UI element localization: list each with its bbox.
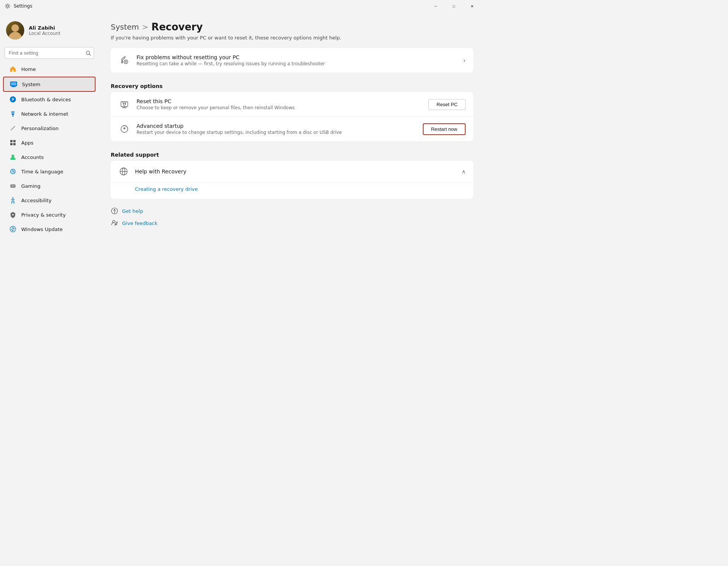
fix-problems-chevron: › xyxy=(463,57,466,64)
sidebar-item-bluetooth[interactable]: Bluetooth & devices xyxy=(3,93,96,106)
sidebar-label-personalization: Personalization xyxy=(21,126,59,131)
fix-problems-icon xyxy=(118,54,130,66)
breadcrumb-parent[interactable]: System xyxy=(111,22,139,31)
sidebar-label-privacy: Privacy & security xyxy=(21,212,66,218)
related-support-header: Related support xyxy=(111,146,473,161)
sidebar-label-update: Windows Update xyxy=(21,226,63,232)
page-subtitle: If you're having problems with your PC o… xyxy=(111,35,473,41)
sidebar-label-network: Network & internet xyxy=(21,111,68,117)
svg-point-21 xyxy=(13,186,14,186)
get-help-link[interactable]: Get help xyxy=(111,205,473,217)
sidebar-item-home[interactable]: Home xyxy=(3,62,96,76)
svg-rect-10 xyxy=(13,140,16,142)
advanced-startup-text: Advanced startup Restart your device to … xyxy=(136,123,417,135)
sidebar-item-privacy[interactable]: Privacy & security xyxy=(3,208,96,222)
reset-pc-text: Reset this PC Choose to keep or remove y… xyxy=(136,98,422,110)
restart-now-button[interactable]: Restart now xyxy=(423,123,466,135)
give-feedback-label: Give feedback xyxy=(122,220,157,226)
advanced-startup-desc: Restart your device to change startup se… xyxy=(136,130,417,135)
sidebar-item-apps[interactable]: Apps xyxy=(3,136,96,149)
accounts-icon xyxy=(9,153,17,161)
system-icon xyxy=(10,80,17,88)
apps-icon xyxy=(9,139,17,146)
personalization-icon xyxy=(9,124,17,132)
title-bar: Settings ─ □ ✕ xyxy=(0,0,485,12)
svg-rect-6 xyxy=(11,86,16,87)
breadcrumb-separator: > xyxy=(142,22,149,31)
network-icon xyxy=(9,110,17,118)
svg-point-7 xyxy=(10,96,16,102)
recovery-drive-link[interactable]: Creating a recovery drive xyxy=(135,184,466,194)
home-icon xyxy=(9,65,17,73)
sidebar-label-time: Time & language xyxy=(21,169,63,175)
update-icon xyxy=(9,225,17,233)
maximize-button[interactable]: □ xyxy=(445,0,463,12)
time-icon xyxy=(9,168,17,175)
reset-pc-icon xyxy=(118,98,130,110)
help-recovery-icon xyxy=(118,166,129,177)
title-bar-left: Settings xyxy=(5,3,427,9)
fix-problems-item[interactable]: Fix problems without resetting your PC R… xyxy=(111,48,473,72)
user-info: Ali Zabihi Local Account xyxy=(29,25,93,36)
svg-point-22 xyxy=(14,186,15,187)
breadcrumb: System > Recovery xyxy=(111,21,473,33)
fix-problems-desc: Resetting can take a while — first, try … xyxy=(136,61,457,66)
sidebar-label-home: Home xyxy=(21,66,36,72)
fix-problems-title: Fix problems without resetting your PC xyxy=(136,54,457,60)
sidebar-item-gaming[interactable]: Gaming xyxy=(3,179,96,193)
svg-rect-11 xyxy=(10,143,13,145)
search-input[interactable] xyxy=(5,47,94,59)
user-account-type: Local Account xyxy=(29,31,93,36)
sidebar-item-network[interactable]: Network & internet xyxy=(3,107,96,121)
fix-problems-card: Fix problems without resetting your PC R… xyxy=(111,48,473,72)
give-feedback-link[interactable]: Give feedback xyxy=(111,217,473,229)
get-help-label: Get help xyxy=(122,208,143,214)
recovery-options-card: Reset this PC Choose to keep or remove y… xyxy=(111,92,473,141)
sidebar-label-bluetooth: Bluetooth & devices xyxy=(21,97,71,102)
advanced-startup-action: Restart now xyxy=(423,123,466,135)
support-links: Creating a recovery drive xyxy=(111,182,473,199)
accessibility-icon xyxy=(9,197,17,204)
svg-rect-27 xyxy=(121,102,128,107)
close-button[interactable]: ✕ xyxy=(463,0,481,12)
sidebar: Ali Zabihi Local Account xyxy=(0,12,99,303)
user-name: Ali Zabihi xyxy=(29,25,93,31)
sidebar-item-update[interactable]: Windows Update xyxy=(3,222,96,236)
svg-point-23 xyxy=(12,197,14,199)
advanced-startup-title: Advanced startup xyxy=(136,123,417,129)
breadcrumb-current: Recovery xyxy=(151,21,202,33)
svg-rect-12 xyxy=(13,143,16,145)
fix-problems-text: Fix problems without resetting your PC R… xyxy=(136,54,457,66)
sidebar-item-personalization[interactable]: Personalization xyxy=(3,121,96,135)
privacy-icon xyxy=(9,211,17,219)
sidebar-label-system: System xyxy=(22,82,40,87)
svg-point-25 xyxy=(10,226,16,232)
reset-pc-desc: Choose to keep or remove your personal f… xyxy=(136,105,422,110)
window-title: Settings xyxy=(14,3,32,9)
minimize-button[interactable]: ─ xyxy=(427,0,444,12)
gaming-icon xyxy=(9,182,17,190)
sidebar-label-accounts: Accounts xyxy=(21,154,44,160)
settings-window: Settings ─ □ ✕ Ali Zabihi Local Account xyxy=(0,0,485,303)
reset-pc-title: Reset this PC xyxy=(136,98,422,104)
reset-pc-button[interactable]: Reset PC xyxy=(428,99,466,110)
reset-pc-item: Reset this PC Choose to keep or remove y… xyxy=(111,92,473,117)
advanced-startup-item: Advanced startup Restart your device to … xyxy=(111,117,473,141)
user-profile[interactable]: Ali Zabihi Local Account xyxy=(0,15,99,47)
bluetooth-icon xyxy=(9,96,17,103)
give-feedback-icon xyxy=(111,219,118,227)
svg-point-13 xyxy=(12,155,14,157)
sidebar-item-system[interactable]: System xyxy=(3,77,96,92)
sidebar-item-accessibility[interactable]: Accessibility xyxy=(3,193,96,207)
get-help-icon xyxy=(111,207,118,215)
reset-pc-action: Reset PC xyxy=(428,99,466,110)
sidebar-item-accounts[interactable]: Accounts xyxy=(3,150,96,164)
sidebar-item-time[interactable]: Time & language xyxy=(3,165,96,178)
svg-point-24 xyxy=(12,214,14,215)
title-bar-controls: ─ □ ✕ xyxy=(427,0,481,12)
help-recovery-card: Help with Recovery ∧ Creating a recovery… xyxy=(111,161,473,199)
help-recovery-title: Help with Recovery xyxy=(135,168,456,175)
bottom-links: Get help Give feedb xyxy=(111,205,473,229)
help-recovery-item[interactable]: Help with Recovery ∧ xyxy=(111,161,473,182)
svg-rect-9 xyxy=(10,140,13,142)
